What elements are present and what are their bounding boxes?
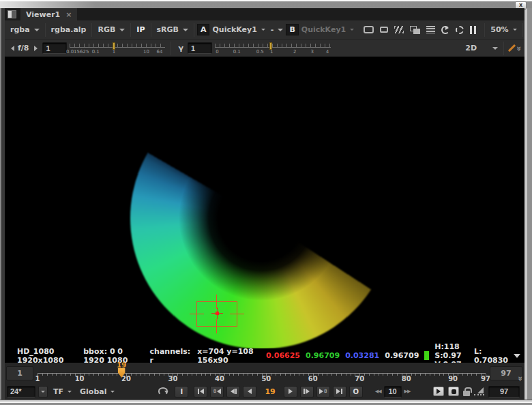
bbox-label: bbox: 0 0 1920 1080 <box>83 347 143 365</box>
timeline-chevron-icon[interactable]: » <box>516 376 524 381</box>
tab-viewer1[interactable]: Viewer1 × <box>20 8 77 20</box>
timeline-tick <box>210 374 211 376</box>
capture-icon[interactable] <box>448 387 459 396</box>
step-back-button[interactable] <box>226 386 240 397</box>
timeline-ruler[interactable]: 110203040506070809097 19 <box>38 363 486 383</box>
next-keyframe-button[interactable]: 8 <box>316 386 330 397</box>
view-mode-dropdown[interactable]: 2D <box>462 42 501 54</box>
tri-left-glyph <box>231 389 235 394</box>
play-backward-button[interactable] <box>243 386 256 397</box>
pane-menu-icon[interactable] <box>8 10 16 18</box>
input-process-button[interactable]: IP <box>134 24 147 35</box>
loop-range-button[interactable]: O <box>349 386 363 397</box>
display-channels-dropdown[interactable]: RGB <box>95 24 128 35</box>
wipe-icon[interactable] <box>394 26 404 33</box>
gamma-slider[interactable]: 00.10.51234 <box>215 42 331 55</box>
gain-input[interactable] <box>42 42 67 54</box>
info-collapse-icon[interactable] <box>514 354 520 358</box>
render-ramp-icon[interactable] <box>474 387 484 395</box>
slider-tick-label: 1 <box>113 49 115 55</box>
zoom-dropdown[interactable]: 50% <box>488 24 519 35</box>
alpha-layer-dropdown[interactable]: rgba.alp <box>48 24 89 35</box>
slider-tick-label: 1 <box>270 49 273 55</box>
wipe-mode-dropdown[interactable]: - <box>268 24 286 35</box>
range-mode-dropdown[interactable]: Global <box>77 386 117 397</box>
gain-slider[interactable]: 0.0156250.111064 <box>70 42 165 55</box>
layer-dropdown[interactable]: rgba <box>8 24 42 35</box>
chevron-down-icon <box>278 29 283 31</box>
slider-tick-label: 0.1 <box>92 49 100 55</box>
chevron-down-icon <box>119 29 125 31</box>
chevron-down-icon <box>41 391 45 393</box>
last-frame-field[interactable] <box>488 386 520 397</box>
timeline-tick-label: 30 <box>168 375 178 382</box>
bar-glyph <box>198 389 199 394</box>
increment-field[interactable] <box>384 386 402 397</box>
viewer-canvas[interactable] <box>5 57 524 348</box>
gain-increase-icon[interactable] <box>34 46 38 51</box>
timeline-tick <box>52 374 53 376</box>
more-tools-chevron-icon[interactable]: » <box>515 46 524 50</box>
proxy-toggle-icon[interactable] <box>380 27 388 33</box>
timeline-tick <box>149 374 150 376</box>
timeline-tick-label: 70 <box>355 375 364 382</box>
input-b-badge: B <box>286 24 298 35</box>
fps-dropdown-button[interactable] <box>38 386 48 397</box>
playback-mode-icon[interactable] <box>158 387 168 395</box>
luma-label: L: 0.70830 <box>474 347 508 365</box>
gain-decrease-icon[interactable] <box>11 46 14 51</box>
tab-close-icon[interactable]: × <box>65 10 72 19</box>
timeline-tick-label: 10 <box>75 375 85 382</box>
increment-arrows-icon[interactable]: ▶▶ <box>404 389 411 394</box>
prev-keyframe-button[interactable]: 8 <box>210 386 224 397</box>
refresh-icon[interactable] <box>441 26 449 34</box>
timeline-tick <box>379 374 379 376</box>
play-forward-button[interactable] <box>284 386 297 397</box>
viewer-process-dropdown[interactable]: sRGB <box>154 24 191 35</box>
range-start-field[interactable]: 1 <box>6 366 33 380</box>
timeline-tick-label: 50 <box>261 375 271 382</box>
input-a-badge: A <box>197 24 210 35</box>
timeline-tick-label: 80 <box>402 375 411 382</box>
timeline-tick <box>154 374 155 376</box>
goto-start-button[interactable] <box>194 386 207 397</box>
window-border-left <box>0 8 5 400</box>
input-a-dropdown[interactable]: QuickKey1 <box>209 24 267 35</box>
display-window-icon[interactable] <box>364 26 374 33</box>
chevron-down-icon <box>110 391 115 393</box>
timeline-tick <box>294 374 295 376</box>
tri-right-glyph <box>306 389 310 394</box>
selection-tick-top <box>216 295 217 309</box>
timeline-tick <box>65 374 66 376</box>
fps-field[interactable] <box>7 386 35 397</box>
window-titlebar[interactable] <box>0 0 532 8</box>
sample-point[interactable] <box>216 312 219 315</box>
key-glyph: 8 <box>213 389 216 394</box>
goto-end-button[interactable] <box>333 386 346 397</box>
chevron-down-icon <box>68 391 72 393</box>
in-point-button[interactable]: I <box>175 386 188 397</box>
timeline: 1 110203040506070809097 19 97 » <box>5 363 524 383</box>
colorwheel-inner-falloff <box>130 87 392 348</box>
gamma-input[interactable] <box>188 42 212 54</box>
current-frame-display[interactable]: 19 <box>265 387 275 396</box>
decrement-arrows-icon[interactable]: ◀◀ <box>375 389 381 394</box>
tab-bar: Viewer1 × <box>5 8 524 20</box>
tf-dropdown[interactable]: TF <box>50 386 74 397</box>
roi-icon[interactable] <box>456 26 464 34</box>
stack-lines-icon[interactable] <box>426 26 435 33</box>
timeline-tick <box>229 374 230 376</box>
flipbook-play-icon[interactable] <box>433 387 444 396</box>
transport-bar: TF Global I 8 19 8 O ◀◀ ▶▶ <box>5 383 524 400</box>
timeline-tick <box>430 374 430 376</box>
layers-icon[interactable] <box>410 26 420 34</box>
timeline-tick <box>443 374 444 376</box>
timeline-tick <box>113 374 113 376</box>
pause-icon[interactable] <box>470 26 476 34</box>
step-forward-button[interactable] <box>300 386 314 397</box>
input-b-dropdown[interactable]: QuickKey1 <box>299 24 357 35</box>
tab-label: Viewer1 <box>26 10 60 19</box>
cursor-pos-label: x=704 y=108 156x90 <box>197 347 259 365</box>
lock-icon[interactable] <box>463 391 470 396</box>
timeline-tick <box>47 374 48 376</box>
